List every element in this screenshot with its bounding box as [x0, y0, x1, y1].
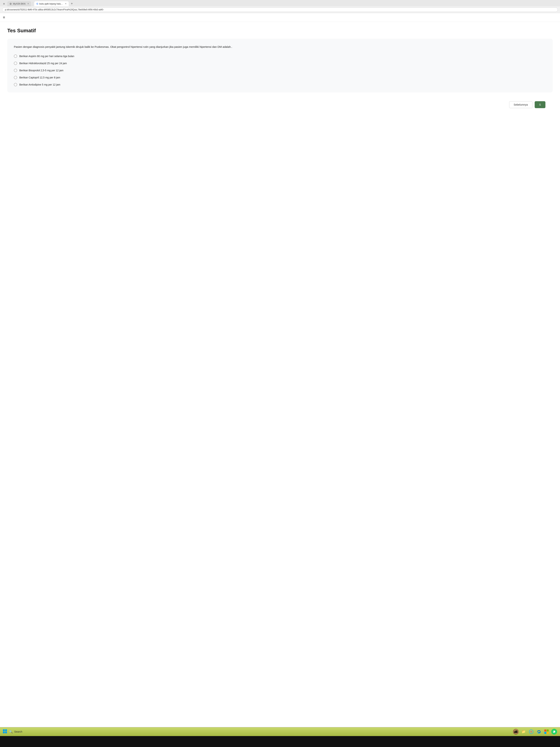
- svg-rect-2: [3, 731, 5, 733]
- prev-button[interactable]: Sebelumnya: [509, 101, 532, 108]
- svg-rect-0: [3, 729, 5, 731]
- option-3[interactable]: Berikan Bisoprolol 2,5-5 mg per 12 jam: [14, 69, 546, 72]
- page-content: ≡ Tes Sumatif Pasien dengan diagnosis pe…: [0, 13, 560, 727]
- search-bar[interactable]: 🔍 Search: [9, 730, 22, 733]
- taskbar-apps: 🏙 📁: [513, 729, 557, 735]
- option-3-radio[interactable]: [14, 69, 17, 72]
- main-content: Tes Sumatif Pasien dengan diagnosis peny…: [0, 22, 560, 727]
- svg-rect-1: [5, 729, 7, 731]
- option-1-label: Berikan Aspirin 80 mg per hari selama ti…: [19, 54, 74, 58]
- taskbar-folder-app[interactable]: 📁: [521, 729, 527, 735]
- svg-rect-5: [544, 729, 546, 731]
- tab2-icon: G: [36, 2, 38, 5]
- option-2[interactable]: Berikan Hidroklorotiazid 25 mg per 24 ja…: [14, 61, 546, 65]
- option-2-radio[interactable]: [14, 62, 17, 65]
- option-4-radio[interactable]: [14, 76, 17, 79]
- tab1-icon: ⚙: [9, 2, 12, 5]
- page-title: Tes Sumatif: [7, 28, 553, 33]
- tab-google[interactable]: G buku pptk kejang halam - Pene ✕: [34, 1, 69, 6]
- search-icon: 🔍: [9, 730, 13, 733]
- tab1-close[interactable]: ✕: [27, 3, 29, 5]
- address-bar: p.id/courses/cb752011-9bf6-470c-a8ba-df4…: [0, 6, 560, 13]
- taskbar-whatsapp-app[interactable]: [551, 729, 557, 735]
- option-3-label: Berikan Bisoprolol 2,5-5 mg per 12 jam: [19, 69, 63, 72]
- taskbar-copilot-app[interactable]: [528, 729, 534, 735]
- option-5-radio[interactable]: [14, 83, 17, 86]
- svg-rect-8: [547, 732, 549, 734]
- windows-start-button[interactable]: [3, 729, 7, 734]
- option-4[interactable]: Berikan Captopril 12,5 mg per 8 jam: [14, 76, 546, 79]
- next-button[interactable]: S: [535, 101, 545, 108]
- tab2-label: buku pptk kejang halam - Pene: [39, 3, 63, 5]
- svg-rect-6: [547, 729, 549, 731]
- tab1-label: MyASN BKN: [13, 3, 26, 5]
- question-card: Pasien dengan diagnosis penyakit jantung…: [7, 38, 553, 93]
- tab2-close[interactable]: ✕: [65, 3, 66, 5]
- svg-rect-7: [544, 732, 546, 734]
- option-2-label: Berikan Hidroklorotiazid 25 mg per 24 ja…: [19, 61, 67, 65]
- url-input[interactable]: p.id/courses/cb752011-9bf6-470c-a8ba-df4…: [2, 7, 558, 12]
- new-tab-button[interactable]: +: [70, 1, 74, 6]
- taskbar-store-app[interactable]: [543, 729, 550, 735]
- browser-close-button[interactable]: ✕: [1, 2, 6, 6]
- option-5[interactable]: Berikan Amlodipine 5 mg per 12 jam: [14, 83, 546, 87]
- options-list: Berikan Aspirin 80 mg per hari selama ti…: [14, 54, 546, 87]
- tab-myasn[interactable]: ⚙ MyASN BKN ✕: [7, 1, 31, 6]
- taskbar-city-app[interactable]: 🏙: [513, 729, 519, 735]
- option-5-label: Berikan Amlodipine 5 mg per 12 jam: [19, 83, 60, 87]
- tab-bar: ✕ ⚙ MyASN BKN ✕ G buku pptk kejang halam…: [0, 0, 560, 6]
- option-1[interactable]: Berikan Aspirin 80 mg per hari selama ti…: [14, 54, 546, 58]
- search-label: Search: [14, 730, 22, 733]
- question-text: Pasien dengan diagnosis penyakit jantung…: [14, 45, 546, 49]
- taskbar-edge-app[interactable]: [536, 729, 542, 735]
- navigation-buttons: Sebelumnya S: [7, 98, 553, 111]
- option-1-radio[interactable]: [14, 54, 17, 58]
- hamburger-menu-button[interactable]: ≡: [0, 13, 560, 22]
- svg-rect-3: [5, 731, 7, 733]
- browser-chrome: ✕ ⚙ MyASN BKN ✕ G buku pptk kejang halam…: [0, 0, 560, 13]
- option-4-label: Berikan Captopril 12,5 mg per 8 jam: [19, 76, 60, 79]
- taskbar: 🔍 Search 🏙 📁: [0, 727, 560, 736]
- black-bar: [0, 736, 560, 747]
